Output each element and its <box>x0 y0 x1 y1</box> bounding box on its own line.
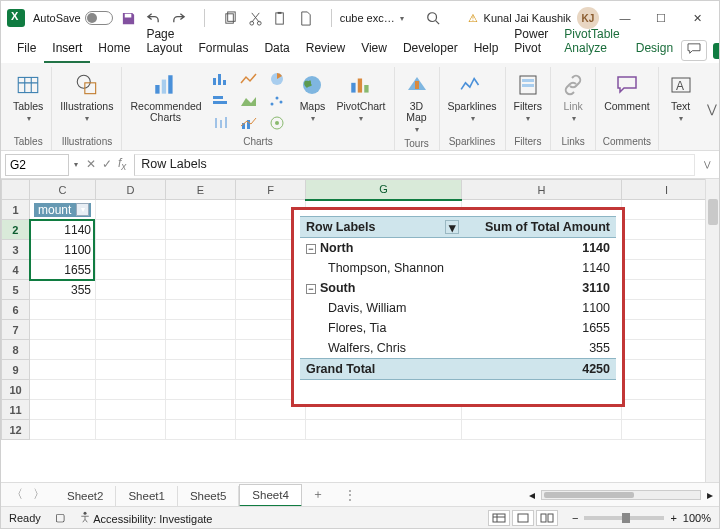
cell[interactable]: 355 <box>30 280 96 300</box>
column-headers[interactable]: C D E F G H I <box>2 180 712 200</box>
formula-expand-icon[interactable]: ⋁ <box>700 160 715 169</box>
column-chart-icon[interactable] <box>208 69 234 89</box>
row-header[interactable]: 2 <box>2 220 30 240</box>
sheet-tab[interactable]: Sheet2 <box>55 486 116 506</box>
zoom-slider[interactable] <box>584 516 664 520</box>
scroll-left-icon[interactable]: ◂ <box>529 488 535 502</box>
3d-map-button[interactable]: 3D Map▾ <box>401 69 433 136</box>
enter-formula-icon[interactable]: ✓ <box>102 157 112 171</box>
tables-button[interactable]: Tables▾ <box>11 69 45 125</box>
sheet-tab[interactable]: Sheet5 <box>178 486 239 506</box>
pivot-group-row[interactable]: −South3110 <box>300 278 616 298</box>
page-layout-view-button[interactable] <box>512 510 534 526</box>
col-header[interactable]: G <box>306 180 462 200</box>
collapse-icon[interactable]: − <box>306 244 316 254</box>
toggle-off-icon[interactable] <box>85 11 113 25</box>
row-header[interactable]: 11 <box>2 400 30 420</box>
pivot-group-row[interactable]: −North1140 <box>300 238 616 259</box>
vertical-scrollbar[interactable] <box>705 179 719 482</box>
autosave-toggle[interactable]: AutoSave <box>33 11 113 25</box>
sheet-nav-prev-icon[interactable]: 〈 <box>11 487 23 502</box>
zoom-out-button[interactable]: − <box>572 512 578 524</box>
accessibility-status[interactable]: Accessibility: Investigate <box>79 511 213 525</box>
pivot-child-row[interactable]: Thompson, Shannon1140 <box>300 258 616 278</box>
tab-review[interactable]: Review <box>298 37 353 63</box>
tab-home[interactable]: Home <box>90 37 138 63</box>
copy-icon[interactable] <box>223 11 238 26</box>
tab-page-layout[interactable]: Page Layout <box>138 23 190 63</box>
sparklines-button[interactable]: Sparklines▾ <box>446 69 499 125</box>
pivot-child-row[interactable]: Davis, William1100 <box>300 298 616 318</box>
tab-data[interactable]: Data <box>256 37 297 63</box>
pivot-values-header[interactable]: Sum of Total Amount <box>465 217 616 238</box>
zoom-level[interactable]: 100% <box>683 512 711 524</box>
row-header[interactable]: 8 <box>2 340 30 360</box>
close-button[interactable]: ✕ <box>681 6 713 30</box>
save-icon[interactable] <box>121 11 136 26</box>
name-box[interactable] <box>5 154 69 176</box>
row-header[interactable]: 5 <box>2 280 30 300</box>
zoom-in-button[interactable]: + <box>670 512 676 524</box>
cell[interactable]: 1100 <box>30 240 96 260</box>
namebox-dropdown-icon[interactable]: ▾ <box>74 160 78 169</box>
paste-icon[interactable] <box>273 11 288 26</box>
new-sheet-button[interactable]: ＋ <box>302 487 334 502</box>
radar-chart-icon[interactable] <box>264 113 290 133</box>
row-header[interactable]: 7 <box>2 320 30 340</box>
cell[interactable]: 1140 <box>30 220 96 240</box>
pivot-filter-dropdown-icon[interactable]: ▾ <box>445 220 459 234</box>
scroll-right-icon[interactable]: ▸ <box>707 488 713 502</box>
tab-view[interactable]: View <box>353 37 395 63</box>
scroll-thumb[interactable] <box>544 492 634 498</box>
scatter-chart-icon[interactable] <box>264 91 290 111</box>
sheet-tab[interactable]: Sheet4 <box>239 484 301 507</box>
illustrations-button[interactable]: Illustrations▾ <box>58 69 115 125</box>
collapse-icon[interactable]: − <box>306 284 316 294</box>
area-chart-icon[interactable] <box>236 91 262 111</box>
tab-help[interactable]: Help <box>466 37 507 63</box>
tab-insert[interactable]: Insert <box>44 37 90 63</box>
recommended-charts-button[interactable]: Recommended Charts <box>128 69 202 125</box>
page-break-view-button[interactable] <box>536 510 558 526</box>
formula-input[interactable]: Row Labels <box>134 154 695 176</box>
tab-file[interactable]: File <box>9 37 44 63</box>
cut-icon[interactable] <box>248 11 263 26</box>
sheet-tab[interactable]: Sheet1 <box>116 486 177 506</box>
combo-chart-icon[interactable] <box>236 113 262 133</box>
pivot-grand-total-row[interactable]: Grand Total4250 <box>300 359 616 380</box>
text-button[interactable]: A Text▾ <box>665 69 697 125</box>
scroll-thumb[interactable] <box>708 199 718 225</box>
row-header[interactable]: 12 <box>2 420 30 440</box>
cell[interactable]: 1655 <box>30 260 96 280</box>
row-header[interactable]: 1 <box>2 200 30 220</box>
cancel-formula-icon[interactable]: ✕ <box>86 157 96 171</box>
share-button[interactable]: ▾ <box>713 43 720 59</box>
comment-button[interactable]: Comment <box>602 69 652 114</box>
bar-chart-icon[interactable] <box>208 91 234 111</box>
row-header[interactable]: 4 <box>2 260 30 280</box>
maximize-button[interactable]: ☐ <box>645 6 677 30</box>
tab-formulas[interactable]: Formulas <box>190 37 256 63</box>
col-header[interactable]: C <box>30 180 96 200</box>
cell[interactable]: mount▾ <box>30 200 96 220</box>
new-file-icon[interactable] <box>298 11 313 26</box>
row-header[interactable]: 9 <box>2 360 30 380</box>
zoom-control[interactable]: − + 100% <box>572 512 711 524</box>
pivot-child-row[interactable]: Walfers, Chris355 <box>300 338 616 359</box>
horizontal-scrollbar[interactable]: ◂ ▸ <box>366 488 719 502</box>
pivot-row-labels-header[interactable]: Row Labels ▾ <box>300 217 465 238</box>
sheet-tab-menu-icon[interactable]: ⋮ <box>334 488 366 502</box>
fx-icon[interactable]: fx <box>118 156 126 172</box>
worksheet-grid[interactable]: C D E F G H I 1 mount▾ 2 1140 3 1100 4 1… <box>1 179 719 482</box>
normal-view-button[interactable] <box>488 510 510 526</box>
tab-design[interactable]: Design <box>628 37 681 63</box>
comments-pane-button[interactable] <box>681 40 707 61</box>
line-chart-icon[interactable] <box>236 69 262 89</box>
stock-chart-icon[interactable] <box>208 113 234 133</box>
pie-chart-icon[interactable] <box>264 69 290 89</box>
col-header[interactable]: I <box>622 180 712 200</box>
col-header[interactable]: E <box>166 180 236 200</box>
row-header[interactable]: 10 <box>2 380 30 400</box>
filters-button[interactable]: Filters▾ <box>512 69 545 125</box>
tab-pivottable-analyze[interactable]: PivotTable Analyze <box>556 23 627 63</box>
